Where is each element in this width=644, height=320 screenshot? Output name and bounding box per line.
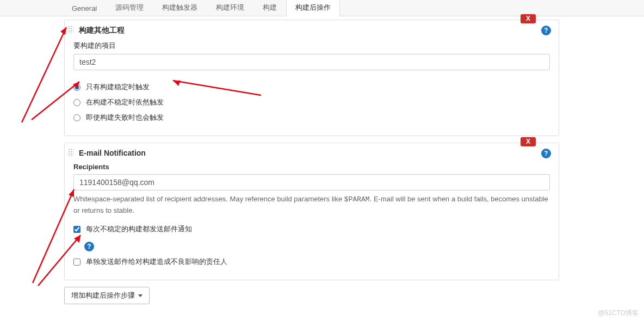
tab-build[interactable]: 构建 bbox=[253, 0, 286, 16]
tab-postbuild[interactable]: 构建后操作 bbox=[286, 0, 340, 16]
help-icon[interactable]: ? bbox=[541, 149, 551, 158]
checkbox-every-unstable-label: 每次不稳定的构建都发送邮件通知 bbox=[86, 224, 192, 234]
help-icon[interactable]: ? bbox=[541, 26, 551, 35]
caret-down-icon bbox=[138, 294, 143, 297]
radio-stable-label: 只有构建稳定时触发 bbox=[86, 82, 150, 92]
tab-triggers[interactable]: 构建触发器 bbox=[153, 0, 207, 16]
delete-section-button[interactable]: X bbox=[521, 14, 536, 23]
checkbox-individual-culprits-input[interactable] bbox=[73, 259, 81, 266]
config-tabs: General 源码管理 构建触发器 构建环境 构建 构建后操作 bbox=[0, 0, 644, 16]
radio-stable-input[interactable] bbox=[73, 84, 81, 91]
watermark: @51CTO博客 bbox=[598, 309, 639, 318]
checkbox-individual-culprits[interactable]: 单独发送邮件给对构建造成不良影响的责任人 bbox=[73, 257, 550, 267]
radio-unstable-input[interactable] bbox=[73, 99, 81, 106]
section-build-other-projects: X ? 构建其他工程 要构建的项目 只有构建稳定时触发 在构建不稳定时依然触发 … bbox=[64, 20, 559, 136]
add-postbuild-step-label: 增加构建后操作步骤 bbox=[71, 291, 135, 300]
recipients-label: Recipients bbox=[73, 163, 550, 171]
recipients-input[interactable] bbox=[73, 174, 550, 190]
radio-trigger-failed[interactable]: 即使构建失败时也会触发 bbox=[73, 113, 550, 122]
add-postbuild-step-button[interactable]: 增加构建后操作步骤 bbox=[64, 287, 150, 304]
drag-handle-icon[interactable] bbox=[68, 149, 73, 156]
checkbox-individual-culprits-label: 单独发送邮件给对构建造成不良影响的责任人 bbox=[86, 257, 227, 267]
tab-general[interactable]: General bbox=[63, 1, 106, 16]
projects-to-build-input[interactable] bbox=[73, 54, 550, 70]
section-title: E-mail Notification bbox=[73, 149, 550, 157]
help-icon[interactable]: ? bbox=[84, 242, 94, 251]
projects-to-build-label: 要构建的项目 bbox=[73, 41, 550, 51]
recipients-hint: Whitespace-separated list of recipient a… bbox=[73, 194, 550, 216]
radio-trigger-stable[interactable]: 只有构建稳定时触发 bbox=[73, 82, 550, 92]
radio-failed-input[interactable] bbox=[73, 114, 81, 121]
drag-handle-icon[interactable] bbox=[68, 26, 73, 33]
checkbox-every-unstable[interactable]: 每次不稳定的构建都发送邮件通知 bbox=[73, 224, 550, 234]
radio-unstable-label: 在构建不稳定时依然触发 bbox=[86, 97, 164, 107]
section-email-notification: X ? E-mail Notification Recipients White… bbox=[64, 143, 559, 280]
checkbox-every-unstable-input[interactable] bbox=[73, 226, 81, 233]
radio-failed-label: 即使构建失败时也会触发 bbox=[86, 113, 164, 122]
radio-trigger-unstable[interactable]: 在构建不稳定时依然触发 bbox=[73, 97, 550, 107]
tab-scm[interactable]: 源码管理 bbox=[106, 0, 153, 16]
delete-section-button[interactable]: X bbox=[521, 137, 536, 146]
section-title: 构建其他工程 bbox=[73, 26, 550, 35]
tab-env[interactable]: 构建环境 bbox=[207, 0, 253, 16]
